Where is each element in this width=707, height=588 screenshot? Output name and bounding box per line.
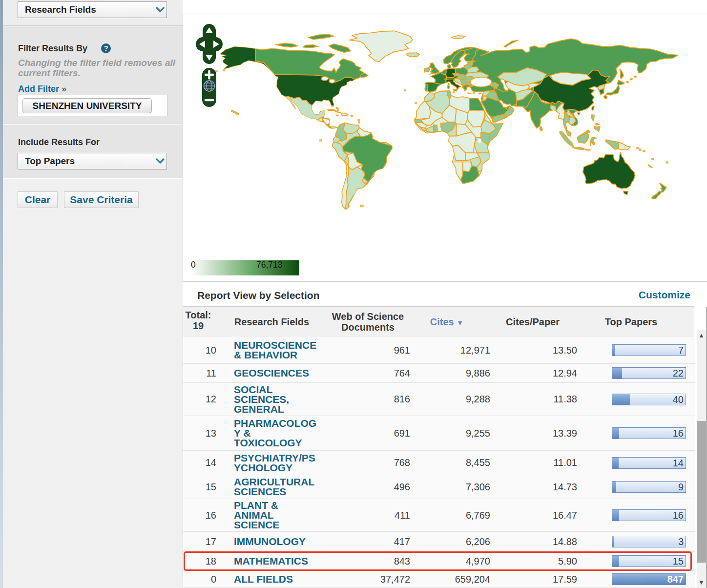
- svg-text:76,713: 76,713: [256, 260, 283, 270]
- svg-text:0: 0: [191, 260, 196, 270]
